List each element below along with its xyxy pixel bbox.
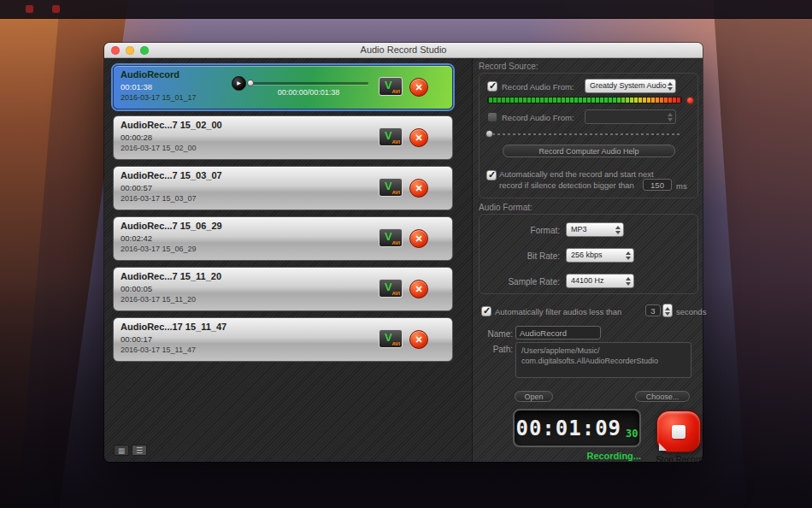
bitrate-dropdown[interactable]: 256 kbps — [566, 248, 634, 263]
recording-duration: 00:01:38 — [121, 82, 197, 92]
zoom-window-button[interactable] — [140, 46, 149, 55]
play-button[interactable]: ▶ — [232, 76, 246, 91]
recording-info: AudioRec...7 15_03_07 00:00:57 2016-03-1… — [121, 170, 222, 203]
dropdown-arrows-icon — [668, 113, 673, 121]
recording-name: AudioRec...7 15_11_20 — [121, 271, 221, 281]
samplerate-value: 44100 Hz — [571, 276, 604, 285]
stop-square-icon — [672, 425, 685, 439]
record-audio-from-checkbox[interactable] — [487, 81, 497, 92]
name-field[interactable]: AudioRecord — [515, 326, 601, 340]
recording-name: AudioRec...7 15_02_00 — [121, 120, 222, 130]
menubar-red-icon[interactable] — [26, 5, 33, 13]
list-view-button[interactable]: ☰ — [132, 445, 147, 456]
audio-level-meter — [487, 97, 682, 103]
button-page-curl — [659, 443, 667, 451]
record-audio-from2-checkbox[interactable] — [487, 112, 497, 122]
recording-item[interactable]: AudioRecord 00:01:38 2016-03-17 15_01_17… — [113, 65, 453, 109]
close-window-button[interactable] — [111, 46, 120, 55]
auto-end-line2: record if silence detection bigger than — [499, 180, 634, 190]
title-bar[interactable]: Audio Record Studio — [104, 43, 703, 58]
level-peak-led — [687, 97, 693, 103]
delete-recording-button[interactable]: ✕ — [409, 330, 428, 349]
dropdown-arrows-icon — [626, 277, 631, 286]
recording-date: 2016-03-17 15_11_20 — [121, 295, 221, 304]
delete-recording-button[interactable]: ✕ — [409, 280, 428, 298]
recording-item[interactable]: AudioRec...7 15_03_07 00:00:57 2016-03-1… — [113, 166, 453, 210]
auto-end-checkbox[interactable] — [486, 170, 497, 180]
recording-date: 2016-03-17 15_06_29 — [121, 245, 222, 253]
recording-name: AudioRecord — [121, 69, 197, 80]
recording-item[interactable]: AudioRec...17 15_11_47 00:00:17 2016-03-… — [113, 317, 453, 362]
filter-short-audio-checkbox[interactable] — [481, 306, 491, 316]
recording-duration: 00:00:17 — [121, 334, 227, 344]
file-icon-v: V — [385, 230, 392, 243]
window-content: AudioRecord 00:01:38 2016-03-17 15_01_17… — [104, 58, 703, 462]
recording-info: AudioRec...7 15_02_00 00:00:28 2016-03-1… — [121, 120, 222, 152]
recordings-list: AudioRecord 00:01:38 2016-03-17 15_01_17… — [113, 65, 453, 368]
file-icon-avi: AVI — [391, 341, 400, 346]
input-volume-knob[interactable] — [485, 130, 493, 138]
recording-info: AudioRecord 00:01:38 2016-03-17 15_01_17 — [121, 69, 197, 102]
record-source-section-label: Record Source: — [479, 62, 538, 71]
recording-date: 2016-03-17 15_03_07 — [121, 194, 222, 203]
grid-view-button[interactable]: ▦ — [114, 445, 129, 456]
delete-recording-button[interactable]: ✕ — [409, 229, 428, 248]
filter-seconds-stepper[interactable] — [662, 304, 673, 317]
stop-record-button[interactable] — [656, 411, 701, 452]
minimize-window-button[interactable] — [126, 46, 134, 55]
app-window: Audio Record Studio AudioRecord 00:01:38… — [104, 43, 703, 462]
audio-source2-dropdown[interactable] — [585, 109, 676, 124]
path-line1: /Users/appleme/Music/ — [521, 346, 685, 356]
avi-file-icon: V AVI — [379, 279, 403, 298]
file-icon-v: V — [385, 331, 392, 344]
dropdown-arrows-icon — [668, 82, 673, 91]
menubar-red-icon[interactable] — [52, 5, 60, 13]
file-icon-v: V — [385, 180, 392, 192]
format-value: MP3 — [571, 225, 587, 233]
recording-date: 2016-03-17 15_01_17 — [121, 93, 197, 102]
open-button[interactable]: Open — [515, 391, 553, 402]
file-icon-avi: AVI — [391, 240, 400, 245]
avi-file-icon: V AVI — [379, 127, 403, 146]
recording-name: AudioRec...17 15_11_47 — [121, 322, 227, 332]
recording-name: AudioRec...7 15_06_29 — [121, 221, 222, 231]
delete-recording-button[interactable]: ✕ — [409, 128, 428, 147]
view-toggles: ▦ ☰ — [114, 445, 147, 456]
recording-item[interactable]: AudioRec...7 15_11_20 00:00:05 2016-03-1… — [113, 267, 453, 311]
menu-bar — [0, 0, 812, 19]
recording-timer-display: 00:01:09 30 — [513, 409, 641, 447]
choose-button[interactable]: Choose... — [635, 391, 690, 402]
silence-ms-field[interactable]: 150 — [643, 179, 672, 191]
audio-source-dropdown[interactable]: Greatdy System Audio — [585, 79, 676, 93]
seek-slider[interactable] — [249, 82, 368, 85]
recording-item[interactable]: AudioRec...7 15_02_00 00:00:28 2016-03-1… — [113, 115, 453, 160]
filter-seconds-field[interactable]: 3 — [645, 304, 661, 316]
recording-date: 2016-03-17 15_11_47 — [121, 346, 227, 354]
bitrate-value: 256 kbps — [571, 251, 603, 259]
audio-source-value: Greatdy System Audio — [590, 81, 667, 90]
seconds-unit-label: seconds — [676, 307, 706, 316]
name-label: Name: — [479, 329, 513, 339]
filter-short-audio-label: Automatically filter audios less than — [495, 307, 621, 316]
grid-icon: ▦ — [118, 446, 126, 455]
file-icon-avi: AVI — [391, 89, 400, 94]
file-icon-avi: AVI — [391, 139, 400, 145]
list-icon: ☰ — [136, 446, 143, 455]
format-dropdown[interactable]: MP3 — [566, 222, 624, 237]
seek-knob[interactable] — [247, 80, 254, 86]
audio-format-section-label: Audio Format: — [479, 203, 533, 212]
record-computer-audio-help-button[interactable]: Record Computer Audio Help — [503, 145, 675, 157]
recording-duration: 00:00:05 — [121, 284, 221, 293]
delete-recording-button[interactable]: ✕ — [409, 78, 428, 97]
delete-recording-button[interactable]: ✕ — [409, 179, 428, 198]
input-volume-slider[interactable] — [487, 133, 682, 135]
wallpaper-left-ridge — [0, 0, 60, 508]
recording-item[interactable]: AudioRec...7 15_06_29 00:02:42 2016-03-1… — [113, 216, 453, 261]
recording-info: AudioRec...7 15_11_20 00:00:05 2016-03-1… — [121, 271, 221, 304]
window-controls — [111, 46, 149, 55]
record-audio-from-label: Record Audio From: — [502, 82, 574, 92]
avi-file-icon: V AVI — [379, 77, 403, 96]
samplerate-dropdown[interactable]: 44100 Hz — [566, 274, 634, 288]
recording-duration: 00:02:42 — [121, 233, 222, 243]
avi-file-icon: V AVI — [379, 228, 403, 247]
